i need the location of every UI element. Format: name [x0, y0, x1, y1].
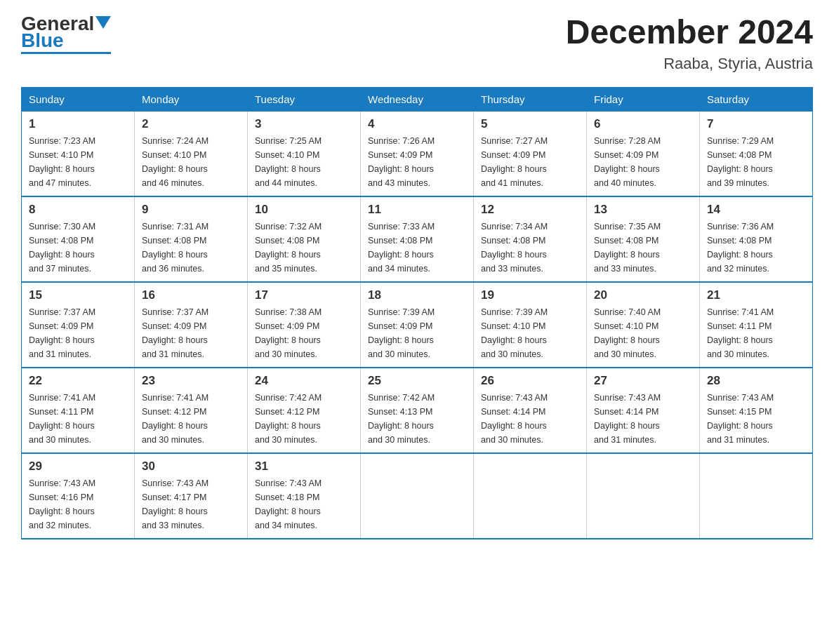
- calendar-cell: [361, 453, 474, 539]
- day-info: Sunrise: 7:43 AM Sunset: 4:15 PM Dayligh…: [707, 391, 805, 447]
- day-number: 16: [142, 288, 240, 302]
- header-row: Sunday Monday Tuesday Wednesday Thursday…: [22, 87, 813, 111]
- svg-marker-0: [95, 16, 111, 29]
- month-title: December 2024: [566, 14, 813, 51]
- calendar-cell: 11 Sunrise: 7:33 AM Sunset: 4:08 PM Dayl…: [361, 196, 474, 282]
- day-info: Sunrise: 7:23 AM Sunset: 4:10 PM Dayligh…: [29, 134, 127, 190]
- day-info: Sunrise: 7:39 AM Sunset: 4:10 PM Dayligh…: [481, 305, 579, 361]
- day-number: 19: [481, 288, 579, 302]
- day-info: Sunrise: 7:27 AM Sunset: 4:09 PM Dayligh…: [481, 134, 579, 190]
- day-number: 21: [707, 288, 805, 302]
- calendar-cell: 5 Sunrise: 7:27 AM Sunset: 4:09 PM Dayli…: [474, 111, 587, 196]
- calendar-cell: 19 Sunrise: 7:39 AM Sunset: 4:10 PM Dayl…: [474, 282, 587, 368]
- calendar-cell: [587, 453, 700, 539]
- day-number: 5: [481, 117, 579, 131]
- day-number: 8: [29, 203, 127, 217]
- calendar-table: Sunday Monday Tuesday Wednesday Thursday…: [21, 87, 813, 539]
- day-info: Sunrise: 7:40 AM Sunset: 4:10 PM Dayligh…: [594, 305, 692, 361]
- calendar-cell: 30 Sunrise: 7:43 AM Sunset: 4:17 PM Dayl…: [135, 453, 248, 539]
- day-number: 12: [481, 203, 579, 217]
- page-header: General Blue December 2024 Raaba, Styria…: [21, 14, 813, 73]
- day-number: 14: [707, 203, 805, 217]
- day-info: Sunrise: 7:33 AM Sunset: 4:08 PM Dayligh…: [368, 220, 466, 276]
- day-info: Sunrise: 7:43 AM Sunset: 4:14 PM Dayligh…: [594, 391, 692, 447]
- calendar-cell: 22 Sunrise: 7:41 AM Sunset: 4:11 PM Dayl…: [22, 368, 135, 453]
- logo: General Blue: [21, 14, 111, 54]
- col-saturday: Saturday: [700, 87, 813, 111]
- day-number: 6: [594, 117, 692, 131]
- calendar-cell: 31 Sunrise: 7:43 AM Sunset: 4:18 PM Dayl…: [248, 453, 361, 539]
- day-info: Sunrise: 7:41 AM Sunset: 4:11 PM Dayligh…: [29, 391, 127, 447]
- day-info: Sunrise: 7:24 AM Sunset: 4:10 PM Dayligh…: [142, 134, 240, 190]
- calendar-cell: 25 Sunrise: 7:42 AM Sunset: 4:13 PM Dayl…: [361, 368, 474, 453]
- calendar-cell: 26 Sunrise: 7:43 AM Sunset: 4:14 PM Dayl…: [474, 368, 587, 453]
- day-info: Sunrise: 7:41 AM Sunset: 4:11 PM Dayligh…: [707, 305, 805, 361]
- title-section: December 2024 Raaba, Styria, Austria: [566, 14, 813, 73]
- calendar-cell: 20 Sunrise: 7:40 AM Sunset: 4:10 PM Dayl…: [587, 282, 700, 368]
- day-info: Sunrise: 7:43 AM Sunset: 4:18 PM Dayligh…: [255, 476, 353, 532]
- calendar-cell: 8 Sunrise: 7:30 AM Sunset: 4:08 PM Dayli…: [22, 196, 135, 282]
- day-info: Sunrise: 7:43 AM Sunset: 4:14 PM Dayligh…: [481, 391, 579, 447]
- calendar-cell: 16 Sunrise: 7:37 AM Sunset: 4:09 PM Dayl…: [135, 282, 248, 368]
- day-info: Sunrise: 7:37 AM Sunset: 4:09 PM Dayligh…: [142, 305, 240, 361]
- calendar-cell: 4 Sunrise: 7:26 AM Sunset: 4:09 PM Dayli…: [361, 111, 474, 196]
- day-number: 2: [142, 117, 240, 131]
- day-number: 3: [255, 117, 353, 131]
- day-info: Sunrise: 7:36 AM Sunset: 4:08 PM Dayligh…: [707, 220, 805, 276]
- calendar-cell: 6 Sunrise: 7:28 AM Sunset: 4:09 PM Dayli…: [587, 111, 700, 196]
- day-info: Sunrise: 7:28 AM Sunset: 4:09 PM Dayligh…: [594, 134, 692, 190]
- day-number: 22: [29, 374, 127, 388]
- location-subtitle: Raaba, Styria, Austria: [566, 55, 813, 73]
- calendar-cell: [700, 453, 813, 539]
- calendar-week-1: 1 Sunrise: 7:23 AM Sunset: 4:10 PM Dayli…: [22, 111, 813, 196]
- day-info: Sunrise: 7:41 AM Sunset: 4:12 PM Dayligh…: [142, 391, 240, 447]
- day-number: 31: [255, 459, 353, 474]
- calendar-header: Sunday Monday Tuesday Wednesday Thursday…: [22, 87, 813, 111]
- day-info: Sunrise: 7:34 AM Sunset: 4:08 PM Dayligh…: [481, 220, 579, 276]
- col-tuesday: Tuesday: [248, 87, 361, 111]
- day-info: Sunrise: 7:43 AM Sunset: 4:16 PM Dayligh…: [29, 476, 127, 532]
- col-sunday: Sunday: [22, 87, 135, 111]
- calendar-cell: 7 Sunrise: 7:29 AM Sunset: 4:08 PM Dayli…: [700, 111, 813, 196]
- day-info: Sunrise: 7:25 AM Sunset: 4:10 PM Dayligh…: [255, 134, 353, 190]
- day-number: 20: [594, 288, 692, 302]
- day-number: 9: [142, 203, 240, 217]
- day-number: 30: [142, 459, 240, 474]
- calendar-cell: 24 Sunrise: 7:42 AM Sunset: 4:12 PM Dayl…: [248, 368, 361, 453]
- col-monday: Monday: [135, 87, 248, 111]
- col-friday: Friday: [587, 87, 700, 111]
- calendar-cell: 12 Sunrise: 7:34 AM Sunset: 4:08 PM Dayl…: [474, 196, 587, 282]
- day-number: 7: [707, 117, 805, 131]
- day-info: Sunrise: 7:26 AM Sunset: 4:09 PM Dayligh…: [368, 134, 466, 190]
- day-info: Sunrise: 7:39 AM Sunset: 4:09 PM Dayligh…: [368, 305, 466, 361]
- day-info: Sunrise: 7:32 AM Sunset: 4:08 PM Dayligh…: [255, 220, 353, 276]
- day-number: 11: [368, 203, 466, 217]
- calendar-week-3: 15 Sunrise: 7:37 AM Sunset: 4:09 PM Dayl…: [22, 282, 813, 368]
- day-number: 15: [29, 288, 127, 302]
- day-number: 1: [29, 117, 127, 131]
- day-number: 4: [368, 117, 466, 131]
- calendar-week-4: 22 Sunrise: 7:41 AM Sunset: 4:11 PM Dayl…: [22, 368, 813, 453]
- day-number: 25: [368, 374, 466, 388]
- calendar-cell: 21 Sunrise: 7:41 AM Sunset: 4:11 PM Dayl…: [700, 282, 813, 368]
- calendar-week-2: 8 Sunrise: 7:30 AM Sunset: 4:08 PM Dayli…: [22, 196, 813, 282]
- calendar-cell: 28 Sunrise: 7:43 AM Sunset: 4:15 PM Dayl…: [700, 368, 813, 453]
- day-info: Sunrise: 7:38 AM Sunset: 4:09 PM Dayligh…: [255, 305, 353, 361]
- calendar-cell: 17 Sunrise: 7:38 AM Sunset: 4:09 PM Dayl…: [248, 282, 361, 368]
- calendar-cell: 14 Sunrise: 7:36 AM Sunset: 4:08 PM Dayl…: [700, 196, 813, 282]
- calendar-week-5: 29 Sunrise: 7:43 AM Sunset: 4:16 PM Dayl…: [22, 453, 813, 539]
- day-number: 13: [594, 203, 692, 217]
- calendar-cell: [474, 453, 587, 539]
- calendar-cell: 27 Sunrise: 7:43 AM Sunset: 4:14 PM Dayl…: [587, 368, 700, 453]
- calendar-cell: 2 Sunrise: 7:24 AM Sunset: 4:10 PM Dayli…: [135, 111, 248, 196]
- logo-blue-text: Blue: [21, 31, 64, 51]
- day-number: 18: [368, 288, 466, 302]
- logo-triangle-icon: [95, 16, 111, 29]
- calendar-cell: 9 Sunrise: 7:31 AM Sunset: 4:08 PM Dayli…: [135, 196, 248, 282]
- day-number: 29: [29, 459, 127, 474]
- day-info: Sunrise: 7:30 AM Sunset: 4:08 PM Dayligh…: [29, 220, 127, 276]
- calendar-cell: 1 Sunrise: 7:23 AM Sunset: 4:10 PM Dayli…: [22, 111, 135, 196]
- day-info: Sunrise: 7:37 AM Sunset: 4:09 PM Dayligh…: [29, 305, 127, 361]
- col-thursday: Thursday: [474, 87, 587, 111]
- calendar-cell: 29 Sunrise: 7:43 AM Sunset: 4:16 PM Dayl…: [22, 453, 135, 539]
